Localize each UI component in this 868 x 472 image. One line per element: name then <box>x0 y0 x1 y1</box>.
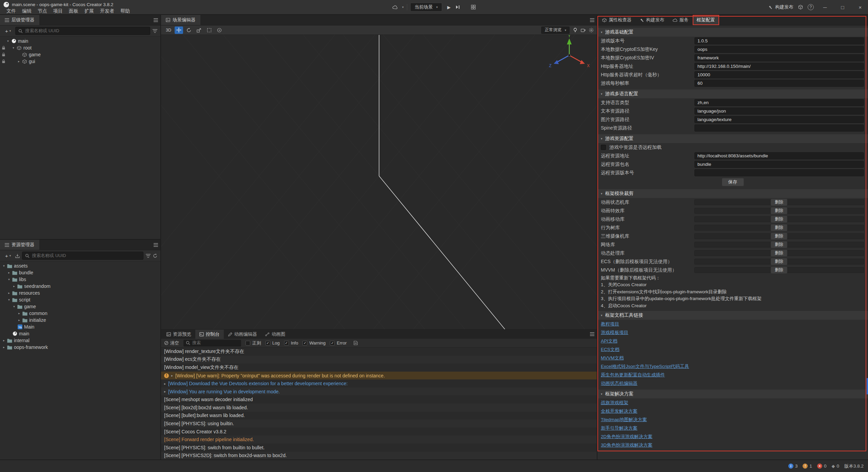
inspector-tab[interactable]: 服务 <box>669 15 693 25</box>
doc-link[interactable]: 2D角色扮演游戏解决方案 <box>601 434 652 440</box>
delete-button[interactable]: 删除 <box>771 250 787 257</box>
console-log-row[interactable]: [Scene] meshopt wasm decoder initialized <box>161 395 597 404</box>
menu-item[interactable]: 编辑 <box>19 8 35 14</box>
bottom-tab[interactable]: 动画图 <box>261 330 290 339</box>
preview-target-icon[interactable] <box>392 5 398 9</box>
help-icon[interactable]: ? <box>808 4 814 10</box>
expand-arrow-icon[interactable]: ▾ <box>6 298 12 301</box>
tree-row[interactable]: ▸internal <box>0 337 160 344</box>
assets-more-icon[interactable] <box>151 240 160 250</box>
delete-button[interactable]: 删除 <box>771 241 787 248</box>
console-log-row[interactable]: [Window] model_view文件夹不存在 <box>161 363 597 372</box>
property-input[interactable]: http://192.168.0.150/main/ <box>694 63 864 70</box>
log-file-icon[interactable] <box>354 341 358 345</box>
menu-item[interactable]: 开发者 <box>97 8 117 14</box>
bottom-tab[interactable]: 资源预览 <box>162 330 195 339</box>
bottom-tab[interactable]: 动画编辑器 <box>224 330 261 339</box>
doc-link[interactable]: Excel格式转Json文件与TypeScript代码工具 <box>601 363 689 370</box>
doc-link[interactable]: 新手引导解决方案 <box>601 425 637 431</box>
delete-button[interactable]: 删除 <box>771 258 787 265</box>
tab-hierarchy[interactable]: 层级管理器 <box>0 15 39 25</box>
tab-assets[interactable]: 资源管理器 <box>0 240 39 250</box>
expand-arrow-icon[interactable]: ▸ <box>17 318 22 322</box>
inspector-tab[interactable]: 构建发布 <box>636 15 669 25</box>
doc-link[interactable]: 游戏模板项目 <box>601 330 628 336</box>
tree-row[interactable]: ▾root <box>0 44 160 51</box>
scene-settings-gear-icon[interactable] <box>589 28 594 33</box>
console-log-row[interactable]: [Scene] [bullet]:bullet wasm lib loaded. <box>161 412 597 420</box>
tree-row[interactable]: ▸oops-framework <box>0 344 160 351</box>
expand-arrow-icon[interactable]: ▸ <box>17 312 22 315</box>
expand-arrow-icon[interactable]: ▸ <box>1 339 6 342</box>
log-filter[interactable]: ✓Log <box>265 340 280 346</box>
warning-checkbox[interactable]: ✓ <box>302 341 307 346</box>
property-input[interactable]: language/json <box>694 107 864 115</box>
info-filter[interactable]: ✓Info <box>284 340 298 346</box>
warning-filter[interactable]: ✓Warning <box>302 340 326 346</box>
bottom-tab[interactable]: 控制台 <box>195 330 224 339</box>
assets-search-input[interactable]: 搜索名称或 UUID <box>22 252 143 260</box>
minimize-button[interactable]: ─ <box>818 0 831 14</box>
scene-select-dropdown[interactable]: 当前场景 ▾ <box>410 3 442 12</box>
console-log-row[interactable]: !▸[Window] [Vue warn]: Property "onInput… <box>161 372 597 380</box>
console-search-input[interactable]: 搜索 <box>183 340 241 347</box>
scene-viewport[interactable]: Y X Z <box>161 35 597 329</box>
delete-button[interactable]: 删除 <box>771 224 787 231</box>
property-input[interactable] <box>694 169 864 176</box>
expand-arrow-icon[interactable]: ▸ <box>1 346 6 349</box>
console-log-row[interactable]: [Scene] [PHYSICS]: switch from builtin t… <box>161 444 597 452</box>
hierarchy-more-icon[interactable] <box>151 15 160 25</box>
doc-link[interactable]: 动画状态机编辑器 <box>601 380 637 387</box>
log-expand-icon[interactable]: ▸ <box>164 382 166 386</box>
preview-target-caret-icon[interactable]: ▾ <box>402 5 404 9</box>
play-button[interactable]: ▶ <box>445 5 453 10</box>
import-asset-icon[interactable] <box>15 254 20 258</box>
menu-item[interactable]: 面板 <box>66 8 81 14</box>
property-input[interactable]: language/texture <box>694 116 864 123</box>
doc-link[interactable]: Tiledmap地图解决方案 <box>601 417 647 423</box>
delete-button[interactable]: 删除 <box>771 216 787 223</box>
status-badge[interactable]: ×0 <box>817 464 827 469</box>
log-checkbox[interactable]: ✓ <box>265 341 270 346</box>
tree-row[interactable]: ▾game <box>0 303 160 310</box>
axis-gizmo[interactable]: Y X Z <box>544 35 595 81</box>
tree-row[interactable]: ▸resources <box>0 290 160 296</box>
remote-load-checkbox[interactable] <box>601 145 606 150</box>
console-log-row[interactable]: ▸[Window] Download the Vue Devtools exte… <box>161 379 597 388</box>
delete-button[interactable]: 删除 <box>771 207 787 214</box>
create-node-button[interactable]: + ▾ <box>3 27 13 35</box>
log-expand-icon[interactable]: ▸ <box>164 390 166 393</box>
tree-row[interactable]: ▸common <box>0 310 160 317</box>
doc-link[interactable]: 全栈开发解决方案 <box>601 408 637 414</box>
menu-item[interactable]: 扩展 <box>81 8 97 14</box>
lighting-toggle-icon[interactable] <box>573 28 577 33</box>
refresh-icon[interactable] <box>153 254 157 258</box>
tree-row[interactable]: ▾script <box>0 296 160 303</box>
delete-button[interactable]: 删除 <box>771 267 787 274</box>
menu-item[interactable]: 文件 <box>3 8 19 14</box>
property-input[interactable]: bundle <box>694 161 864 168</box>
save-button[interactable]: 保存 <box>722 178 744 186</box>
camera-view-icon[interactable] <box>581 28 586 32</box>
section-header[interactable]: ▾游戏多语言配置 <box>597 90 868 98</box>
property-input[interactable]: framework <box>694 54 864 61</box>
tree-row[interactable]: main <box>0 330 160 337</box>
tab-scene-editor[interactable]: 场景编辑器 <box>161 15 200 25</box>
expand-arrow-icon[interactable]: ▾ <box>12 305 17 308</box>
expand-arrow-icon[interactable]: ▾ <box>5 39 11 43</box>
tree-row[interactable]: ▸gui <box>0 58 160 65</box>
section-header[interactable]: ▾框架模块裁剪 <box>597 189 868 198</box>
section-header[interactable]: ▾游戏基础配置 <box>597 28 868 37</box>
error-filter[interactable]: ✓Error <box>330 340 347 346</box>
expand-arrow-icon[interactable]: ▸ <box>6 271 12 274</box>
property-input[interactable]: http://localhost:8083/assets/bundle <box>694 152 864 159</box>
expand-arrow-icon[interactable]: ▸ <box>12 284 17 288</box>
inspector-tab[interactable]: 框架配置 <box>693 15 719 25</box>
info-checkbox[interactable]: ✓ <box>284 341 289 346</box>
tree-row[interactable]: ▸bundle <box>0 269 160 276</box>
assets-filter-icon[interactable] <box>146 254 151 258</box>
hierarchy-filter-icon[interactable] <box>153 29 157 33</box>
regex-filter[interactable]: 正则 <box>245 340 261 346</box>
status-badge[interactable]: i3 <box>788 464 798 469</box>
expand-arrow-icon[interactable]: ▾ <box>11 46 16 50</box>
